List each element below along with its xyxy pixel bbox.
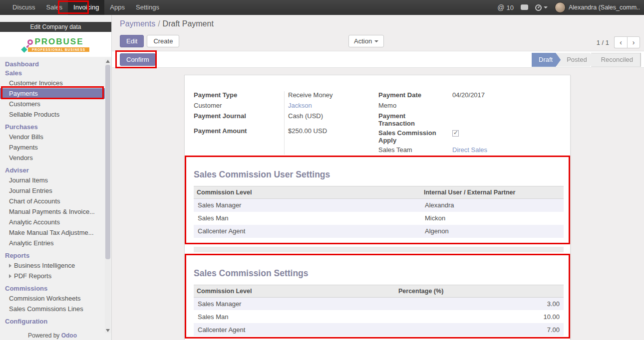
sidebar-section-adviser[interactable]: Adviser xyxy=(0,166,105,175)
messages-button[interactable] xyxy=(521,4,528,11)
status-reconciled[interactable]: Reconciled xyxy=(591,53,641,67)
planner-button[interactable] xyxy=(535,4,548,11)
field-group-right: Payment Date 04/20/2017 Memo Payment Tra… xyxy=(378,90,558,156)
sidebar-section-purchases[interactable]: Purchases xyxy=(0,123,105,132)
cell-user: Alexandra xyxy=(421,199,564,212)
form-status-header: Confirm Draft Posted Reconciled xyxy=(112,51,644,68)
column-header-commission-level[interactable]: Commission Level xyxy=(194,186,421,199)
field-label-payment-type: Payment Type xyxy=(194,90,284,100)
logo-tagline-text: PROFESSIONAL BUSINESS xyxy=(28,47,89,52)
sidebar-item-manual-payments-invoice[interactable]: Manual Payments & Invoice... xyxy=(0,206,105,217)
sidebar: Edit Company data PROBUSE PROFESSIONAL B… xyxy=(0,15,112,340)
sidebar-item-journal-items[interactable]: Journal Items xyxy=(0,175,105,185)
sidebar-item-analytic-accounts[interactable]: Analytic Accounts xyxy=(0,217,105,227)
scroll-down-icon[interactable] xyxy=(106,329,110,332)
sidebar-item-pdf-reports[interactable]: PDF Reports xyxy=(0,271,105,281)
chat-bubble-icon xyxy=(521,4,528,10)
field-label-sales-team: Sales Team xyxy=(378,145,448,155)
sidebar-item-vendor-bills[interactable]: Vendor Bills xyxy=(0,132,105,142)
action-menu-button[interactable]: Action xyxy=(348,35,384,47)
commission-user-settings-table: Commission Level Internal User / Externa… xyxy=(194,186,564,238)
pager-next-button[interactable]: › xyxy=(627,36,640,48)
sidebar-item-commission-worksheets[interactable]: Commission Worksheets xyxy=(0,293,105,304)
menu-apps[interactable]: Apps xyxy=(104,0,130,15)
top-menu-bar: Discuss Sales Invoicing Apps Settings 10… xyxy=(0,0,644,15)
user-menu[interactable]: Alexandra (Sales_comm.. xyxy=(555,2,640,13)
payment-fields: Payment Type Receive Money Customer Jack… xyxy=(194,90,561,156)
sidebar-item-dashboard[interactable]: Dashboard xyxy=(0,60,105,69)
menu-invoicing[interactable]: Invoicing xyxy=(68,0,104,15)
field-payment-type: Payment Type Receive Money xyxy=(194,90,373,101)
sidebar-item-business-intelligence[interactable]: Business Intelligence xyxy=(0,260,105,271)
cell-percentage: 10.00 xyxy=(395,310,564,323)
caret-down-icon xyxy=(544,6,548,8)
breadcrumb: Payments/Draft Payment xyxy=(120,19,214,28)
menu-sales[interactable]: Sales xyxy=(41,0,68,15)
sidebar-section-reports[interactable]: Reports xyxy=(0,251,105,260)
field-customer: Customer Jackson xyxy=(194,101,373,111)
sidebar-section-configuration[interactable]: Configuration xyxy=(0,317,105,326)
field-value-payment-journal: Cash (USD) xyxy=(284,111,373,121)
sidebar-item-sellable-products[interactable]: Sellable Products xyxy=(0,109,105,120)
table-row-callcenter-agent[interactable]: Callcenter Agent 7.00 xyxy=(194,323,564,336)
scroll-up-icon[interactable] xyxy=(106,60,110,63)
odoo-brand-text: Odoo xyxy=(61,332,77,339)
mentions-indicator[interactable]: 10 xyxy=(497,3,514,11)
field-payment-date: Payment Date 04/20/2017 xyxy=(378,90,558,101)
column-header-percentage[interactable]: Percentage (%) xyxy=(395,285,564,297)
scrollbar-thumb[interactable] xyxy=(105,65,110,259)
field-value-payment-amount: $250.00 USD xyxy=(284,126,373,136)
sidebar-item-payments[interactable]: Payments xyxy=(0,88,105,99)
table-row-sales-manager[interactable]: Sales Manager Alexandra xyxy=(194,199,564,212)
edit-company-data-button[interactable]: Edit Company data xyxy=(0,22,111,32)
sidebar-item-customer-invoices[interactable]: Customer Invoices xyxy=(0,78,105,88)
breadcrumb-payments-link[interactable]: Payments xyxy=(120,19,155,28)
cell-commission-level: Sales Manager xyxy=(194,199,421,212)
sidebar-item-make-manual-tax-adjustment[interactable]: Make Manual Tax Adjustme... xyxy=(0,227,105,238)
sidebar-item-customers[interactable]: Customers xyxy=(0,99,105,109)
customer-link[interactable]: Jackson xyxy=(288,102,312,109)
avatar xyxy=(555,2,566,13)
status-draft[interactable]: Draft xyxy=(532,53,561,67)
sales-commission-apply-checkbox[interactable] xyxy=(452,130,459,137)
status-posted[interactable]: Posted xyxy=(557,53,595,67)
chevron-right-icon xyxy=(9,274,11,278)
sidebar-item-chart-of-accounts[interactable]: Chart of Accounts xyxy=(0,196,105,206)
field-group-left: Payment Type Receive Money Customer Jack… xyxy=(194,90,373,156)
caret-down-icon xyxy=(374,40,378,42)
sidebar-item-vendors[interactable]: Vendors xyxy=(0,153,105,163)
form-sheet: Payment Type Receive Money Customer Jack… xyxy=(184,75,571,340)
sidebar-item-journal-entries[interactable]: Journal Entries xyxy=(0,185,105,196)
sidebar-item-sales-commissions-lines[interactable]: Sales Commissions Lines xyxy=(0,304,105,314)
magnifier-icon xyxy=(27,39,33,45)
sidebar-scrollbar[interactable] xyxy=(105,59,111,333)
column-header-internal-user[interactable]: Internal User / External Partner xyxy=(421,186,564,199)
edit-button[interactable]: Edit xyxy=(120,35,144,47)
field-sales-team: Sales Team Direct Sales xyxy=(378,145,558,156)
column-header-commission-level[interactable]: Commission Level xyxy=(194,285,395,297)
powered-by-odoo[interactable]: Powered by Odoo xyxy=(0,332,105,339)
at-icon xyxy=(497,3,504,11)
table-row-sales-manager[interactable]: Sales Manager 3.00 xyxy=(194,297,564,310)
field-label-payment-journal: Payment Journal xyxy=(194,111,284,121)
table-row-sales-man[interactable]: Sales Man 10.00 xyxy=(194,310,564,323)
sidebar-item-analytic-entries[interactable]: Analytic Entries xyxy=(0,238,105,248)
logo-brand-text: PROBUSE xyxy=(34,37,83,47)
table-row-sales-man[interactable]: Sales Man Mickon xyxy=(194,212,564,225)
menu-discuss[interactable]: Discuss xyxy=(7,0,41,15)
app-menus: Discuss Sales Invoicing Apps Settings xyxy=(7,0,165,15)
pager-previous-button[interactable]: ‹ xyxy=(614,36,627,48)
create-button[interactable]: Create xyxy=(147,35,179,47)
confirm-button[interactable]: Confirm xyxy=(120,53,156,66)
table-row-callcenter-agent[interactable]: Callcenter Agent Algenon xyxy=(194,225,564,238)
company-logo[interactable]: PROBUSE PROFESSIONAL BUSINESS xyxy=(0,32,111,57)
user-name-label: Alexandra (Sales_comm.. xyxy=(569,4,640,11)
field-label-payment-date: Payment Date xyxy=(378,90,448,100)
sidebar-section-commissions[interactable]: Commissions xyxy=(0,284,105,293)
sidebar-item-purchase-payments[interactable]: Payments xyxy=(0,142,105,153)
menu-settings[interactable]: Settings xyxy=(130,0,165,15)
field-value-payment-date: 04/20/2017 xyxy=(448,90,558,100)
field-label-payment-amount: Payment Amount xyxy=(194,126,284,136)
sales-team-link[interactable]: Direct Sales xyxy=(452,146,487,154)
sidebar-section-sales[interactable]: Sales xyxy=(0,69,105,78)
